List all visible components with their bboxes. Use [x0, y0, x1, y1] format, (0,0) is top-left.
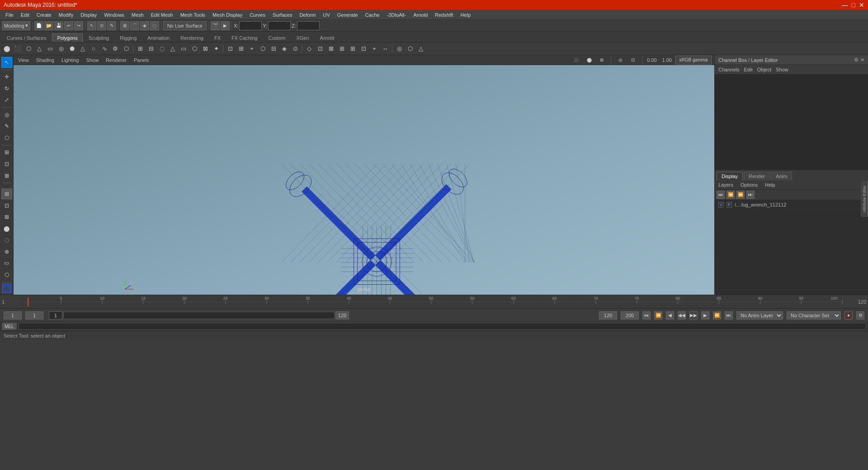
cb-object[interactable]: Object [757, 67, 771, 72]
scale-tool[interactable]: ⤢ [1, 95, 12, 106]
quadrangulate-btn[interactable]: ▭ [179, 44, 189, 54]
show-manipulator[interactable]: ⊞ [1, 147, 12, 158]
attribute-editor-tab[interactable]: Attribute Editor [861, 181, 868, 217]
menu-display[interactable]: Display [77, 11, 100, 19]
menu-generate[interactable]: Generate [334, 11, 362, 19]
shading-menu[interactable]: Shading [34, 57, 56, 63]
detach-btn[interactable]: ⊠ [326, 44, 336, 54]
collapse-btn[interactable]: ⊙ [290, 44, 300, 54]
cb-options[interactable]: Options [739, 181, 760, 188]
view-menu[interactable]: View [16, 57, 31, 63]
key-settings-btn[interactable]: ⚙ [856, 311, 864, 320]
soft-select-tool[interactable]: ◎ [1, 109, 12, 120]
cb-key-btn2[interactable]: ⏪ [726, 191, 735, 199]
menu-arnold[interactable]: Arnold [410, 11, 431, 19]
cb-layers[interactable]: Layers [717, 181, 735, 188]
save-scene-button[interactable]: 💾 [54, 21, 63, 30]
snap-settings[interactable]: ⊞ [1, 188, 12, 199]
cb-edit[interactable]: Edit [744, 67, 752, 72]
snap-to-curve-btn[interactable]: ⌒ [130, 21, 139, 30]
playback-start[interactable] [599, 311, 617, 320]
menu-file[interactable]: File [2, 11, 17, 19]
tab-polygons[interactable]: Polygons [52, 33, 82, 42]
torus-btn[interactable]: ◎ [56, 44, 66, 54]
layer-item[interactable]: V P /...:lug_wrench_112112 [715, 200, 868, 210]
paint-select-btn[interactable]: ✎ [107, 21, 116, 30]
z-input[interactable] [297, 21, 320, 30]
vp-frame-btn[interactable]: ⊡ [628, 56, 637, 65]
menu-mesh-display[interactable]: Mesh Display [209, 11, 246, 19]
snap-to-surface-btn[interactable]: ◌ [150, 21, 159, 30]
slide-edge-btn[interactable]: ↔ [380, 44, 390, 54]
poke-btn[interactable]: △ [416, 44, 426, 54]
tab-rendering[interactable]: Rendering [175, 33, 208, 42]
cb-help[interactable]: Help [763, 181, 777, 188]
menu-edit[interactable]: Edit [17, 11, 33, 19]
cb-close-icon[interactable]: ✕ [860, 57, 864, 63]
character-set-dropdown[interactable]: No Character Set [787, 311, 841, 320]
extract-btn[interactable]: ⊟ [269, 44, 278, 54]
platonic-btn[interactable]: ⬡ [121, 44, 131, 54]
bevel-btn[interactable]: ◇ [304, 44, 314, 54]
append-btn[interactable]: + [247, 44, 257, 54]
triangulate-btn[interactable]: △ [168, 44, 178, 54]
settings-6[interactable]: ▭ [1, 258, 12, 268]
menu-curves[interactable]: Curves [246, 11, 269, 19]
tab-xgen[interactable]: XGen [291, 33, 314, 42]
tab-fx-caching[interactable]: FX Caching [226, 33, 262, 42]
custom-tool1[interactable]: ⊡ [1, 159, 12, 169]
offset-edge-btn[interactable]: ⊡ [359, 44, 368, 54]
insert-edge-loop-btn[interactable]: ⊞ [348, 44, 358, 54]
menu-windows[interactable]: Windows [100, 11, 128, 19]
vp-isolate-btn[interactable]: ◎ [616, 56, 625, 65]
settings-3[interactable]: ⬤ [1, 223, 12, 234]
split-polygon-btn[interactable]: ⊞ [337, 44, 347, 54]
jump-to-end-btn[interactable]: ⏭ [725, 311, 733, 320]
helix-btn[interactable]: ∿ [99, 44, 109, 54]
vp-camera-btn[interactable]: 🎥 [572, 56, 581, 65]
range-end-input[interactable] [335, 311, 349, 320]
tab-rigging[interactable]: Rigging [115, 33, 142, 42]
merge-btn[interactable]: ◈ [279, 44, 289, 54]
combine-btn[interactable]: ⊞ [135, 44, 145, 54]
playback-end[interactable] [621, 311, 639, 320]
snap-to-point-btn[interactable]: ◈ [140, 21, 149, 30]
menu-cache[interactable]: Cache [362, 11, 383, 19]
jump-to-start-btn[interactable]: ⏮ [642, 311, 651, 320]
prev-frame-btn[interactable]: ◀ [666, 311, 674, 320]
menu-mesh[interactable]: Mesh [128, 11, 147, 19]
paint-weights-tool[interactable]: ✎ [1, 121, 12, 132]
cone-btn[interactable]: △ [34, 44, 44, 54]
mel-label[interactable]: MEL [2, 323, 17, 330]
cb-key-btn1[interactable]: ⏮ [717, 191, 725, 199]
menu-modify[interactable]: Modify [55, 11, 77, 19]
new-scene-button[interactable]: 📄 [34, 21, 43, 30]
cb-tab-anim[interactable]: Anim [771, 172, 792, 180]
select-tool-btn[interactable]: ↖ [87, 21, 96, 30]
tab-custom[interactable]: Custom [264, 33, 291, 42]
add-divisions-btn[interactable]: + [369, 44, 379, 54]
cleanup-btn[interactable]: ✦ [211, 44, 221, 54]
bridge-btn[interactable]: ⊞ [236, 44, 246, 54]
render-scene-btn[interactable]: ▶ [221, 21, 230, 30]
menu-create[interactable]: Create [33, 11, 55, 19]
play-fwd-btn[interactable]: ▶▶ [689, 311, 698, 320]
prism-btn[interactable]: ⬟ [67, 44, 77, 54]
next-key-btn[interactable]: ⏩ [713, 311, 721, 320]
timeline-ruler[interactable]: 5 10 15 20 25 30 35 40 45 50 5 [20, 295, 843, 308]
minimize-button[interactable]: — [842, 1, 848, 9]
tab-sculpting[interactable]: Sculpting [84, 33, 114, 42]
cylinder-btn[interactable]: ⬡ [24, 44, 33, 54]
menu-uv[interactable]: UV [319, 11, 333, 19]
cb-channels[interactable]: Channels [718, 67, 739, 72]
undo-button[interactable]: ↩ [64, 21, 73, 30]
sculpt-tool[interactable]: ⬡ [1, 132, 12, 143]
menu-3dtall[interactable]: -3DtoAll- [383, 11, 410, 19]
gear-shape-btn[interactable]: ⚙ [110, 44, 120, 54]
x-input[interactable] [239, 21, 262, 30]
renderer-menu[interactable]: Renderer [104, 57, 128, 63]
mode-dropdown[interactable]: Modeling ▾ [2, 21, 30, 30]
menu-deform[interactable]: Deform [296, 11, 319, 19]
settings-1[interactable]: ⊡ [1, 200, 12, 211]
select-tool[interactable]: ↖ [1, 57, 12, 68]
